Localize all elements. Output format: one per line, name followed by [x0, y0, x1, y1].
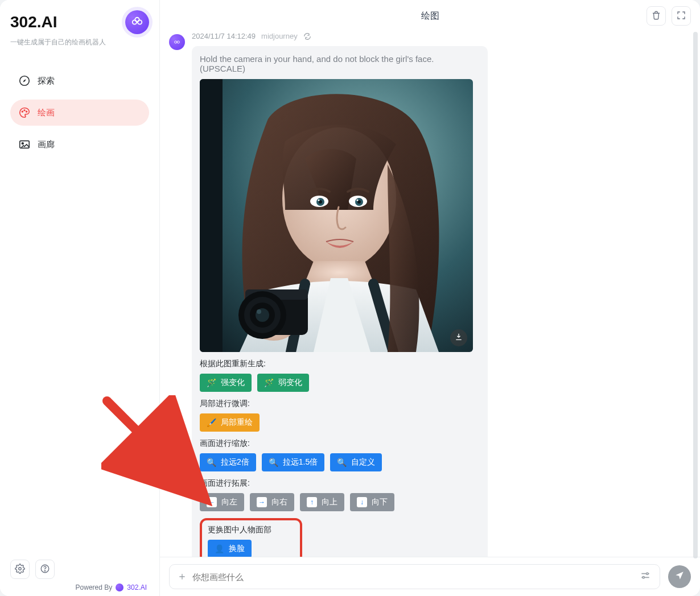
- content-area: 2024/11/7 14:12:49 midjourney Hold the c…: [159, 32, 700, 557]
- top-actions: [647, 6, 691, 26]
- message: 2024/11/7 14:12:49 midjourney Hold the c…: [169, 32, 691, 557]
- expand-up-button[interactable]: ↑向上: [300, 493, 344, 511]
- person-icon: 👤: [215, 545, 224, 553]
- magnifier-icon: 🔍: [207, 458, 216, 466]
- help-button[interactable]: [35, 560, 55, 579]
- face-swap-row: 👤换脸: [208, 540, 294, 557]
- arrow-right-icon: →: [257, 497, 267, 507]
- local-repaint-label: 局部重绘: [221, 417, 253, 428]
- strong-variation-label: 强变化: [221, 378, 245, 388]
- brush-icon: 🖌️: [207, 419, 216, 427]
- delete-button[interactable]: [647, 6, 666, 26]
- powered-logo-icon: [116, 583, 123, 591]
- svg-point-34: [647, 573, 648, 574]
- brand-subtitle: 一键生成属于自己的绘画机器人: [10, 38, 149, 47]
- face-swap-label: 更换图中人物面部: [208, 525, 294, 535]
- message-meta: 2024/11/7 14:12:49 midjourney: [192, 32, 691, 40]
- face-swap-highlight: 更换图中人物面部 👤换脸: [200, 518, 302, 557]
- svg-point-25: [356, 199, 358, 201]
- face-swap-button[interactable]: 👤换脸: [208, 540, 252, 557]
- regenerate-row: 🪄强变化 🪄弱变化: [200, 374, 480, 392]
- footer-icons: [10, 560, 149, 579]
- arrow-down-icon: ↓: [357, 497, 367, 507]
- scrollbar[interactable]: [693, 32, 698, 558]
- svg-point-14: [177, 41, 179, 43]
- sidebar-footer: Powered By 302.AI: [10, 560, 149, 591]
- expand-left-button[interactable]: ←向左: [200, 493, 244, 511]
- expand-row: ←向左 →向右 ↑向上 ↓向下: [200, 493, 480, 511]
- nav-explore[interactable]: 探索: [10, 68, 149, 94]
- expand-up-label: 向上: [322, 497, 337, 507]
- brand-logo-icon: [125, 10, 149, 34]
- plus-icon[interactable]: [178, 572, 187, 581]
- nav-paint-label: 绘画: [38, 107, 55, 118]
- weak-variation-button[interactable]: 🪄弱变化: [257, 374, 309, 392]
- powered-brand[interactable]: 302.AI: [127, 583, 147, 591]
- zoom-row: 🔍拉远2倍 🔍拉远1.5倍 🔍自定义: [200, 453, 480, 471]
- page-title: 绘图: [421, 10, 439, 22]
- svg-point-5: [22, 111, 23, 112]
- weak-variation-label: 弱变化: [278, 378, 302, 388]
- strong-variation-button[interactable]: 🪄强变化: [200, 374, 252, 392]
- sliders-icon: [640, 570, 651, 583]
- refresh-icon[interactable]: [303, 32, 311, 40]
- nav-gallery[interactable]: 画廊: [10, 131, 149, 158]
- zoom-label: 画面进行缩放:: [200, 438, 480, 449]
- prompt-text: Hold the camera in your hand, and do not…: [200, 54, 480, 73]
- gear-icon: [15, 564, 25, 576]
- expand-right-label: 向右: [271, 497, 287, 507]
- magnifier-icon: 🔍: [269, 458, 278, 466]
- message-body: 2024/11/7 14:12:49 midjourney Hold the c…: [192, 32, 691, 557]
- compass-icon: [18, 74, 31, 87]
- expand-label: 画面进行拓展:: [200, 478, 480, 489]
- nav-explore-label: 探索: [38, 76, 55, 86]
- face-swap-btn-label: 换脸: [229, 544, 245, 554]
- message-card: Hold the camera in your hand, and do not…: [192, 46, 488, 557]
- svg-point-6: [24, 110, 25, 111]
- local-tune-label: 局部进行微调:: [200, 399, 480, 409]
- expand-left-label: 向左: [221, 497, 237, 507]
- tune-button[interactable]: [639, 570, 652, 583]
- local-repaint-button[interactable]: 🖌️局部重绘: [200, 413, 260, 432]
- svg-point-9: [22, 143, 23, 144]
- chat-input[interactable]: [192, 572, 633, 582]
- expand-icon: [676, 10, 686, 22]
- zoom-custom-button[interactable]: 🔍自定义: [330, 453, 382, 471]
- expand-down-button[interactable]: ↓向下: [350, 493, 394, 511]
- trash-icon: [651, 10, 661, 22]
- sidebar: 302.AI 一键生成属于自己的绘画机器人 探索 绘画: [0, 0, 159, 596]
- generated-image[interactable]: [200, 79, 473, 352]
- download-button[interactable]: [450, 329, 467, 346]
- palette-icon: [18, 106, 31, 119]
- svg-point-2: [135, 18, 139, 22]
- expand-right-button[interactable]: →向右: [250, 493, 294, 511]
- download-icon: [454, 332, 463, 343]
- main: 绘图: [159, 0, 700, 596]
- arrow-left-icon: ←: [207, 497, 217, 507]
- app-root: 302.AI 一键生成属于自己的绘画机器人 探索 绘画: [0, 0, 700, 596]
- svg-point-24: [318, 199, 319, 201]
- zoom-custom-label: 自定义: [351, 457, 375, 467]
- powered-by: Powered By 302.AI: [10, 583, 149, 591]
- send-icon: [674, 570, 685, 583]
- wand-icon: 🪄: [207, 379, 216, 387]
- message-model: midjourney: [261, 32, 298, 40]
- settings-button[interactable]: [10, 560, 30, 579]
- topbar: 绘图: [159, 0, 700, 32]
- brand-row: 302.AI: [10, 10, 149, 34]
- generated-image-wrap: [200, 79, 473, 352]
- sidebar-nav: 探索 绘画 画廊: [10, 68, 149, 158]
- zoom-1-5x-button[interactable]: 🔍拉远1.5倍: [262, 453, 324, 471]
- svg-rect-16: [200, 79, 223, 352]
- fullscreen-button[interactable]: [672, 6, 691, 26]
- zoom-2x-button[interactable]: 🔍拉远2倍: [200, 453, 256, 471]
- image-icon: [18, 138, 31, 151]
- svg-marker-4: [23, 79, 26, 82]
- send-button[interactable]: [668, 565, 691, 588]
- nav-paint[interactable]: 绘画: [10, 100, 149, 126]
- svg-point-10: [19, 567, 22, 570]
- svg-point-13: [175, 41, 177, 43]
- zoom-1-5x-label: 拉远1.5倍: [283, 457, 318, 467]
- powered-by-label: Powered By: [76, 583, 113, 591]
- nav-gallery-label: 画廊: [38, 139, 55, 150]
